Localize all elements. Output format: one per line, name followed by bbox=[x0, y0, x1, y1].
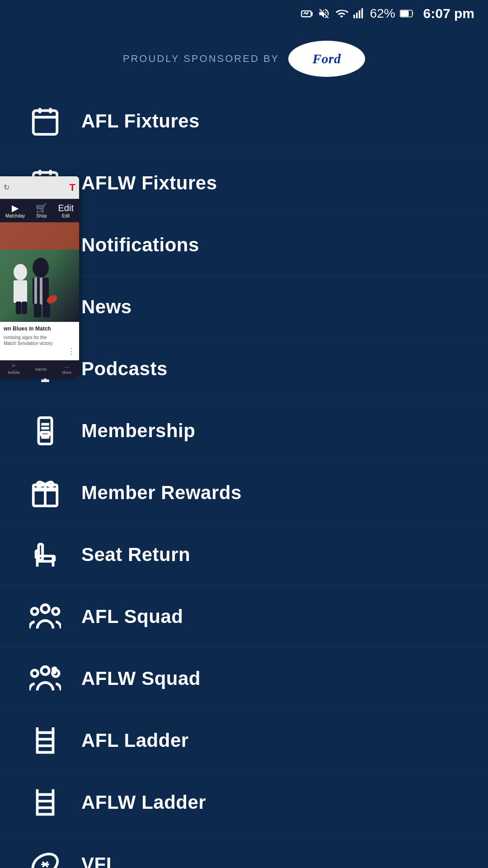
article-more-icon: ⋮ bbox=[4, 346, 75, 357]
svg-point-60 bbox=[41, 667, 49, 675]
match-image-svg bbox=[0, 222, 79, 322]
svg-rect-14 bbox=[40, 278, 42, 305]
svg-rect-15 bbox=[34, 304, 41, 317]
article-headline: wn Blues in Match bbox=[4, 326, 75, 333]
membership-label: Membership bbox=[81, 420, 195, 442]
gift-icon bbox=[27, 475, 63, 511]
article-sub: romising signs for theMatch Simulation v… bbox=[4, 335, 75, 346]
seat-icon bbox=[27, 537, 63, 573]
sponsor-header: PROUDLY SPONSORED BY Ford bbox=[0, 27, 488, 86]
svg-point-11 bbox=[33, 258, 49, 278]
afl-ladder-label: AFL Ladder bbox=[81, 730, 189, 751]
aflw-squad-label: AFLW Squad bbox=[81, 668, 201, 689]
afl-squad-label: AFL Squad bbox=[81, 606, 183, 627]
more-btn: ··· More bbox=[62, 364, 71, 375]
panel-image bbox=[0, 222, 79, 322]
edit-btn: Edit Edit bbox=[58, 203, 73, 218]
ford-logo-svg: Ford bbox=[295, 44, 358, 74]
matchday-btn: ▶ Matchday bbox=[5, 203, 25, 218]
menu-item-member-rewards[interactable]: Member Rewards bbox=[0, 462, 488, 524]
wifi-icon bbox=[335, 7, 348, 20]
svg-rect-1 bbox=[353, 14, 355, 18]
status-bar: 62% 6:07 pm bbox=[0, 0, 488, 27]
svg-rect-16 bbox=[43, 304, 50, 317]
football-icon bbox=[27, 846, 63, 868]
podcasts-label: Podcasts bbox=[81, 358, 168, 380]
membership-card-icon bbox=[27, 413, 63, 449]
memb-btn: Memb bbox=[35, 367, 47, 372]
svg-point-17 bbox=[14, 264, 27, 280]
battery-icon bbox=[400, 9, 414, 18]
svg-rect-4 bbox=[361, 8, 363, 18]
menu-item-seat-return[interactable]: Seat Return bbox=[0, 524, 488, 586]
news-label: News bbox=[81, 296, 132, 318]
browser-bar: ↻ T bbox=[0, 176, 79, 199]
aflw-fixtures-label: AFLW Fixtures bbox=[81, 172, 217, 194]
svg-point-59 bbox=[52, 608, 59, 615]
signal-icon bbox=[353, 7, 366, 20]
svg-rect-13 bbox=[34, 278, 37, 305]
notifications-label: Notifications bbox=[81, 234, 199, 256]
shop-btn: 🛒 Shop bbox=[36, 203, 47, 218]
ladder-alt-icon bbox=[27, 784, 63, 821]
menu-item-aflw-ladder[interactable]: AFLW Ladder bbox=[0, 772, 488, 834]
menu-item-vfl[interactable]: VFL bbox=[0, 834, 488, 868]
menu-item-afl-squad[interactable]: AFL Squad bbox=[0, 586, 488, 648]
telstra-icon: T bbox=[70, 182, 75, 193]
group-icon bbox=[27, 599, 63, 635]
mobile-memb-btn: 📱 Mobile bbox=[8, 364, 20, 375]
aflw-ladder-label: AFLW Ladder bbox=[81, 792, 206, 813]
member-rewards-label: Member Rewards bbox=[81, 482, 242, 504]
svg-rect-6 bbox=[400, 11, 408, 17]
ladder-icon bbox=[27, 722, 63, 759]
panel-nav: ▶ Matchday 🛒 Shop Edit Edit bbox=[0, 199, 79, 222]
menu-item-afl-ladder[interactable]: AFL Ladder bbox=[0, 710, 488, 772]
menu-item-aflw-squad[interactable]: AFLW Squad bbox=[0, 648, 488, 710]
svg-rect-3 bbox=[358, 10, 360, 19]
svg-point-61 bbox=[31, 670, 38, 677]
group-alt-icon bbox=[27, 660, 63, 697]
battery-save-icon bbox=[300, 7, 313, 20]
left-panel-overlay: ↻ T ▶ Matchday 🛒 Shop Edit Edit bbox=[0, 176, 79, 378]
afl-fixtures-label: AFL Fixtures bbox=[81, 110, 200, 132]
menu-item-membership[interactable]: Membership bbox=[0, 400, 488, 462]
svg-rect-22 bbox=[33, 111, 57, 134]
svg-point-58 bbox=[31, 608, 38, 615]
vfl-label: VFL bbox=[81, 854, 118, 868]
sponsor-label: PROUDLY SPONSORED BY bbox=[123, 53, 279, 65]
mute-icon bbox=[318, 7, 330, 20]
svg-point-57 bbox=[41, 605, 49, 613]
status-icons: 62% 6:07 pm bbox=[300, 6, 474, 21]
refresh-icon: ↻ bbox=[4, 183, 9, 192]
panel-bottom-nav: 📱 Mobile Memb ··· More bbox=[0, 360, 79, 378]
calendar-icon bbox=[27, 103, 63, 139]
svg-text:Ford: Ford bbox=[312, 52, 342, 66]
svg-rect-10 bbox=[0, 222, 79, 250]
svg-rect-20 bbox=[22, 302, 27, 314]
svg-rect-2 bbox=[356, 13, 358, 19]
ford-logo: Ford bbox=[288, 41, 365, 77]
panel-article: wn Blues in Match romising signs for the… bbox=[0, 322, 79, 360]
menu-item-afl-fixtures[interactable]: AFL Fixtures bbox=[0, 90, 488, 152]
status-time: 6:07 pm bbox=[423, 6, 474, 21]
svg-rect-48 bbox=[41, 432, 49, 435]
battery-percentage: 62% bbox=[370, 6, 395, 21]
svg-rect-19 bbox=[16, 302, 21, 314]
seat-return-label: Seat Return bbox=[81, 544, 190, 566]
svg-rect-18 bbox=[14, 280, 27, 303]
